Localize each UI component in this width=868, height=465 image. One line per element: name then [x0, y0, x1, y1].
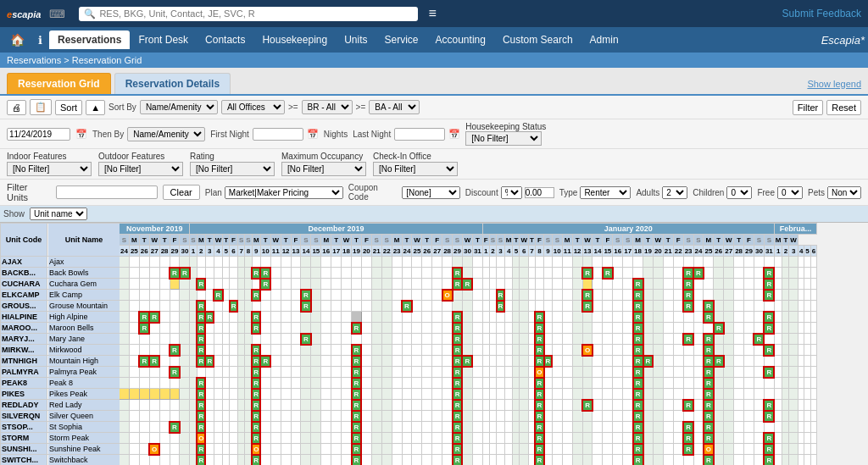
day-cell[interactable] [371, 455, 381, 466]
day-cell[interactable] [782, 301, 789, 312]
day-cell[interactable] [281, 301, 291, 312]
day-cell[interactable]: R [301, 334, 311, 345]
day-cell[interactable] [270, 279, 281, 290]
day-cell[interactable]: R [704, 334, 714, 345]
day-cell[interactable] [613, 345, 623, 356]
day-cell[interactable] [412, 312, 422, 323]
day-cell[interactable] [520, 422, 529, 433]
day-cell[interactable] [331, 455, 342, 466]
day-cell[interactable]: R [197, 356, 205, 367]
day-cell[interactable] [120, 334, 130, 345]
day-cell[interactable] [442, 345, 453, 356]
day-cell[interactable] [582, 279, 593, 290]
day-cell[interactable] [744, 312, 754, 323]
day-cell[interactable] [321, 455, 331, 466]
day-cell[interactable] [361, 400, 371, 411]
day-cell[interactable]: R [704, 400, 714, 411]
day-cell[interactable]: R [683, 433, 693, 444]
day-cell[interactable] [683, 356, 693, 367]
day-cell[interactable] [223, 367, 230, 378]
day-cell[interactable] [190, 455, 197, 466]
day-cell[interactable] [528, 356, 535, 367]
day-cell[interactable] [361, 323, 371, 334]
day-cell[interactable] [120, 268, 130, 279]
day-cell[interactable] [361, 411, 371, 422]
day-cell[interactable] [159, 290, 170, 301]
day-cell[interactable] [392, 345, 402, 356]
day-cell[interactable] [693, 444, 704, 455]
day-cell[interactable]: R [683, 268, 693, 279]
day-cell[interactable] [754, 444, 764, 455]
day-cell[interactable] [129, 356, 139, 367]
day-cell[interactable] [223, 334, 230, 345]
day-cell[interactable] [422, 279, 432, 290]
day-cell[interactable] [704, 257, 714, 268]
day-cell[interactable]: R [453, 279, 463, 290]
day-cell[interactable] [291, 400, 301, 411]
day-cell[interactable] [544, 312, 553, 323]
day-cell[interactable] [120, 290, 130, 301]
day-cell[interactable] [205, 268, 214, 279]
main-grid[interactable]: Unit Code Unit Name November 2019 Decemb… [0, 223, 868, 465]
day-cell[interactable] [412, 301, 422, 312]
day-cell[interactable] [804, 400, 810, 411]
day-cell[interactable] [744, 345, 754, 356]
day-cell[interactable] [381, 400, 392, 411]
day-cell[interactable] [673, 301, 683, 312]
day-cell[interactable] [342, 268, 352, 279]
day-cell[interactable] [744, 290, 754, 301]
day-cell[interactable] [237, 279, 244, 290]
day-cell[interactable] [673, 323, 683, 334]
day-cell[interactable] [673, 367, 683, 378]
day-cell[interactable] [260, 378, 270, 389]
day-cell[interactable] [683, 345, 693, 356]
day-cell[interactable] [412, 389, 422, 400]
day-cell[interactable]: R [252, 389, 260, 400]
day-cell[interactable] [237, 301, 244, 312]
day-cell[interactable] [170, 356, 180, 367]
day-cell[interactable] [129, 411, 139, 422]
day-cell[interactable] [535, 301, 543, 312]
day-cell[interactable] [734, 444, 744, 455]
day-cell[interactable] [392, 301, 402, 312]
day-cell[interactable] [653, 400, 663, 411]
day-cell[interactable] [544, 345, 553, 356]
day-cell[interactable]: R [704, 389, 714, 400]
day-cell[interactable] [281, 455, 291, 466]
day-cell[interactable] [572, 334, 582, 345]
day-cell[interactable] [291, 323, 301, 334]
day-cell[interactable] [205, 301, 214, 312]
day-cell[interactable] [804, 433, 810, 444]
day-cell[interactable] [683, 389, 693, 400]
day-cell[interactable] [552, 400, 562, 411]
day-cell[interactable] [291, 378, 301, 389]
day-cell[interactable] [673, 444, 683, 455]
day-cell[interactable] [422, 290, 432, 301]
day-cell[interactable] [170, 334, 180, 345]
day-cell[interactable] [472, 312, 482, 323]
day-cell[interactable] [774, 378, 782, 389]
day-cell[interactable] [170, 400, 180, 411]
day-cell[interactable] [623, 257, 633, 268]
day-cell[interactable] [804, 411, 810, 422]
day-cell[interactable] [804, 389, 810, 400]
day-cell[interactable] [412, 367, 422, 378]
day-cell[interactable] [562, 290, 572, 301]
day-cell[interactable] [798, 334, 804, 345]
day-cell[interactable] [120, 312, 130, 323]
day-cell[interactable] [789, 378, 798, 389]
day-cell[interactable] [544, 279, 553, 290]
day-cell[interactable] [693, 422, 704, 433]
day-cell[interactable] [342, 323, 352, 334]
day-cell[interactable] [402, 334, 412, 345]
day-cell[interactable] [513, 257, 520, 268]
day-cell[interactable]: R [544, 356, 553, 367]
day-cell[interactable] [593, 257, 603, 268]
day-cell[interactable] [782, 345, 789, 356]
day-cell[interactable] [214, 257, 223, 268]
day-cell[interactable] [774, 312, 782, 323]
day-cell[interactable] [754, 411, 764, 422]
day-cell[interactable] [230, 433, 238, 444]
day-cell[interactable] [291, 334, 301, 345]
day-cell[interactable] [810, 312, 816, 323]
